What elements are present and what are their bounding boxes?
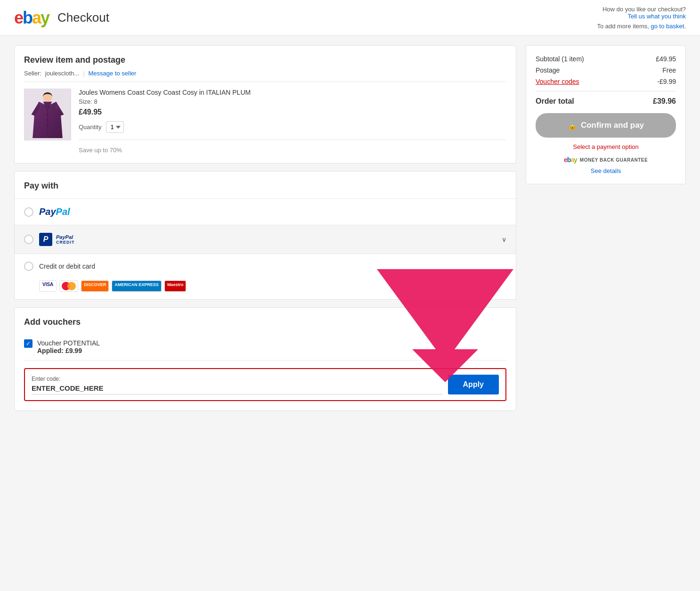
payment-required-message: Select a payment option	[536, 143, 676, 150]
order-total-label: Order total	[536, 97, 574, 106]
payment-card: Pay with PayPal P P	[14, 171, 516, 300]
save-text: Save up to 70%	[79, 140, 506, 154]
paypal-credit-radio[interactable]	[24, 235, 33, 244]
paypal-radio[interactable]	[24, 207, 33, 217]
summary-divider	[536, 91, 676, 91]
voucher-codes-label[interactable]: Voucher codes	[536, 78, 579, 85]
order-total-value: £39.96	[653, 97, 676, 106]
paypal-option[interactable]: PayPal	[15, 198, 516, 225]
voucher-checkbox[interactable]: ✓	[24, 339, 33, 348]
quantity-label: Quantity	[79, 123, 101, 131]
voucher-input-row: Enter code: Apply	[24, 368, 506, 401]
ebay-logo: ebay	[14, 9, 49, 26]
voucher-input-label: Enter code:	[32, 376, 442, 382]
discover-logo: DISCOVER	[81, 280, 109, 292]
svg-point-3	[47, 119, 49, 121]
card-radio[interactable]	[24, 262, 33, 271]
item-price: £49.95	[79, 108, 506, 116]
payment-section-title: Pay with	[15, 172, 516, 198]
svg-point-4	[47, 125, 49, 127]
paypal-credit-chevron-icon: ∨	[502, 236, 506, 243]
maestro-logo: Maestro	[164, 280, 187, 292]
postage-label: Postage	[536, 66, 560, 74]
voucher-card: Add vouchers ✓ Voucher POTENTIAL Applied…	[14, 307, 516, 411]
page-title: Checkout	[57, 10, 109, 25]
confirm-pay-button[interactable]: 🔒 Confirm and pay	[536, 113, 676, 138]
item-size: Size: 8	[79, 98, 506, 105]
visa-logo: VISA	[39, 280, 57, 292]
voucher-code-input[interactable]	[32, 384, 442, 394]
paypal-label: PayPal	[39, 206, 506, 217]
mastercard-logo	[59, 280, 78, 292]
quantity-select[interactable]: 1 2 3	[106, 121, 124, 133]
voucher-applied-value: Applied: £9.99	[37, 347, 100, 354]
review-section-title: Review item and postage	[24, 55, 506, 65]
subtotal-value: £49.95	[656, 55, 676, 63]
feedback-link[interactable]: Tell us what you think	[627, 13, 686, 20]
go-to-basket-link[interactable]: go to basket	[651, 23, 684, 30]
lock-icon: 🔒	[568, 121, 577, 130]
postage-value: Free	[662, 66, 676, 74]
order-summary-card: Subtotal (1 item) £49.95 Postage Free Vo…	[526, 45, 686, 184]
card-option[interactable]: Credit or debit card VISA DISCOVER AMERI…	[15, 254, 516, 299]
subtotal-label: Subtotal (1 item)	[536, 55, 584, 63]
review-item-card: Review item and postage Seller: joulescl…	[14, 45, 516, 164]
amex-logo: AMERICAN EXPRESS	[112, 280, 162, 292]
money-back-text: MONEY BACK GUARANTEE	[580, 157, 648, 163]
ebay-mbg-logo: ebay	[564, 156, 577, 164]
item-name: Joules Womens Coast Cosy Coast Cosy in I…	[79, 89, 506, 96]
see-details-link[interactable]: See details	[536, 167, 676, 174]
paypal-credit-label: P PayPal CREDIT	[39, 233, 496, 246]
header-feedback: How do you like our checkout? Tell us wh…	[597, 6, 686, 30]
apply-button[interactable]: Apply	[448, 375, 499, 394]
seller-label: Seller:	[24, 70, 41, 77]
card-option-label: Credit or debit card	[39, 263, 95, 270]
seller-name: joulescloth...	[45, 70, 79, 77]
voucher-section-title: Add vouchers	[24, 317, 506, 327]
paypal-credit-option[interactable]: P PayPal CREDIT ∨	[15, 225, 516, 254]
svg-point-2	[47, 114, 49, 115]
voucher-name: Voucher POTENTIAL	[37, 339, 100, 347]
voucher-discount-value: -£9.99	[657, 78, 676, 85]
message-seller-link[interactable]: Message to seller	[89, 70, 137, 77]
item-image	[24, 89, 71, 140]
